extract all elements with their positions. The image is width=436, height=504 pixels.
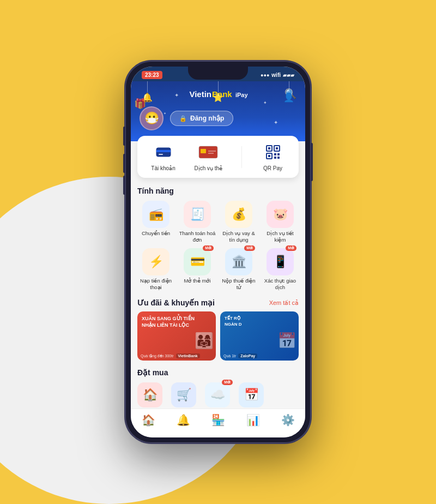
calendar-icon-wrap: 📅 [239, 382, 264, 407]
nap-tien-icon-wrap: ⚡ [142, 248, 169, 275]
chuyen-tien-label: Chuyển tiền [142, 230, 170, 237]
lock-icon: 🔒 [179, 115, 187, 122]
feature-tiet-kiem[interactable]: 🐷 Dịch vụ tiết kiệm [262, 201, 299, 244]
header-top-row: VietinBank iPay 🔍 [140, 86, 296, 100]
nav-notification[interactable]: 🔔 [177, 413, 190, 427]
nav-home[interactable]: 🏠 [142, 413, 155, 427]
quick-menu: Tài khoản Dịch vụ thẻ [137, 136, 299, 178]
calendar-icon: 📅 [244, 388, 259, 402]
xac-thuc-icon-wrap: 📱 Mới [267, 248, 294, 275]
svg-rect-15 [274, 157, 276, 159]
tai-khoan-icon [152, 142, 175, 162]
mo-the-new-badge: Mới [203, 245, 214, 251]
promo-header: Ưu đãi & khuyến mại Xem tất cả [137, 298, 299, 307]
cloud-new-badge: Mới [222, 380, 233, 385]
svg-rect-1 [156, 150, 171, 152]
svg-rect-8 [268, 147, 270, 149]
thanh-toan-icon-wrap: 🧾 [184, 201, 211, 228]
nav-settings[interactable]: ⚙️ [281, 413, 295, 427]
cloud-icon-wrap: ☁️ Mới [205, 382, 230, 407]
login-row: 😷 🔒 Đăng nhập [140, 106, 296, 130]
app-title: VietinBank iPay [153, 89, 284, 99]
svg-rect-12 [268, 155, 270, 157]
dat-mua-title: Đặt mua [137, 368, 299, 377]
cart-icon-wrap: 🛒 [171, 382, 196, 407]
svg-rect-14 [277, 153, 280, 155]
qr-pay-icon [261, 142, 285, 162]
app-name-vietin: Vietin [189, 89, 211, 99]
tiet-kiem-label: Dịch vụ tiết kiệm [262, 230, 299, 244]
thanh-toan-label: Thanh toán hoá đơn [179, 230, 216, 244]
app-name-ipay: iPay [235, 92, 248, 98]
svg-rect-4 [201, 149, 206, 153]
mo-the-icon-wrap: 💳 Mới [184, 248, 211, 275]
feature-vay[interactable]: 💰 Dịch vụ vay & tín dụng [220, 201, 257, 244]
vay-icon: 💰 [232, 207, 246, 221]
svg-rect-13 [274, 153, 276, 155]
tinh-nang-title: Tính năng [137, 187, 299, 195]
promo-card-tet[interactable]: TẾT RỘNGÀN D 📅 Quà 1tr ZaloPay [220, 311, 299, 361]
thanh-toan-icon: 🧾 [190, 207, 205, 221]
avatar-icon: 😷 [144, 111, 159, 125]
feature-thanh-toan[interactable]: 🧾 Thanh toán hoá đơn [179, 201, 216, 244]
dat-mua-items: 🏠 🛒 ☁️ Mới 📅 [137, 382, 299, 407]
chuyen-tien-icon: 📻 [149, 207, 164, 221]
feature-grid: 📻 Chuyển tiền 🧾 Thanh toán hoá đơn 💰 [137, 201, 299, 291]
feature-chuyen-tien[interactable]: 📻 Chuyển tiền [137, 201, 174, 244]
feature-nap-tien[interactable]: ⚡ Nạp tiền điện thoại [137, 248, 174, 291]
promo-xuan-text: XUÂN SANG GỬI TIỀNNHẬN LIÊN TÀI LỘC [137, 311, 216, 333]
quick-item-qr-pay[interactable]: QR Pay [261, 142, 285, 171]
tiet-kiem-icon-wrap: 🐷 [267, 201, 294, 228]
chuyen-tien-icon-wrap: 📻 [142, 201, 169, 228]
nop-thue-new-badge: Mới [244, 245, 255, 251]
promo-card-xuan[interactable]: XUÂN SANG GỬI TIỀNNHẬN LIÊN TÀI LỘC 👨‍👩‍… [137, 311, 216, 361]
app-header: 🔔 ⭐ 👤 🎁 ✦ ✦ ✦ ✦ [131, 81, 305, 141]
stats-nav-icon: 📊 [246, 413, 260, 427]
house-icon: 🏠 [143, 388, 158, 402]
login-button[interactable]: 🔒 Đăng nhập [170, 111, 233, 126]
dat-mua-cloud[interactable]: ☁️ Mới [205, 382, 230, 407]
promo-cards: XUÂN SANG GỬI TIỀNNHẬN LIÊN TÀI LỘC 👨‍👩‍… [137, 311, 299, 361]
phone-notch [188, 67, 248, 80]
promo-xuan-bottom: Quà tặng đến 300tr VietinBank [141, 353, 200, 358]
vay-icon-wrap: 💰 [225, 201, 252, 228]
dat-mua-house[interactable]: 🏠 [137, 382, 162, 407]
search-icon[interactable]: 🔍 [284, 88, 296, 100]
dat-mua-cart[interactable]: 🛒 [171, 382, 196, 407]
svg-rect-2 [159, 154, 163, 155]
feature-mo-the[interactable]: 💳 Mới Mở thẻ mới [179, 248, 216, 291]
login-button-label: Đăng nhập [190, 115, 224, 122]
quick-divider [241, 146, 242, 168]
quick-item-tai-khoan[interactable]: Tài khoản [151, 142, 175, 171]
phone-device: 23:23 ●●● wifi ▰▰▰ 🔔 ⭐ [125, 61, 311, 443]
star-deco-2: ✦ [263, 100, 267, 105]
promo-tet-sub: Quà 1tr [223, 354, 236, 358]
qr-pay-label: QR Pay [263, 165, 282, 171]
house-icon-wrap: 🏠 [137, 382, 162, 407]
feature-nop-thue[interactable]: 🏛️ Mới Nộp thuế điện tử [220, 248, 257, 291]
vay-label: Dịch vụ vay & tín dụng [220, 230, 257, 244]
svg-rect-16 [277, 157, 280, 159]
promo-tet-deco: 📅 [277, 332, 296, 350]
dich-vu-the-label: Dịch vụ thẻ [194, 165, 222, 171]
nap-tien-label: Nạp tiền điện thoại [137, 278, 174, 291]
nav-stats[interactable]: 📊 [246, 413, 260, 427]
home-nav-icon: 🏠 [142, 413, 155, 427]
dich-vu-the-icon [196, 142, 220, 162]
quick-item-dich-vu-the[interactable]: Dịch vụ thẻ [194, 142, 222, 171]
feature-xac-thuc[interactable]: 📱 Mới Xác thực giao dịch [262, 248, 299, 291]
promo-xuan-deco: 👨‍👩‍👧 [195, 332, 214, 350]
see-all-button[interactable]: Xem tất cả [269, 299, 299, 307]
phone-screen: 23:23 ●●● wifi ▰▰▰ 🔔 ⭐ [131, 67, 305, 437]
avatar: 😷 [140, 106, 164, 130]
nav-store[interactable]: 🏪 [211, 413, 225, 427]
tai-khoan-label: Tài khoản [151, 165, 175, 171]
app-name-bank: Bank [212, 89, 232, 99]
dat-mua-calendar[interactable]: 📅 [239, 382, 264, 407]
nop-thue-icon: 🏛️ [232, 255, 246, 269]
promo-tet-bottom: Quà 1tr ZaloPay [223, 353, 257, 358]
mo-the-label: Mở thẻ mới [184, 278, 210, 284]
signal-icon: ●●● [261, 73, 269, 78]
bottom-nav: 🏠 🔔 🏪 📊 ⚙️ [131, 409, 305, 437]
status-icons: ●●● wifi ▰▰▰ [261, 72, 294, 78]
